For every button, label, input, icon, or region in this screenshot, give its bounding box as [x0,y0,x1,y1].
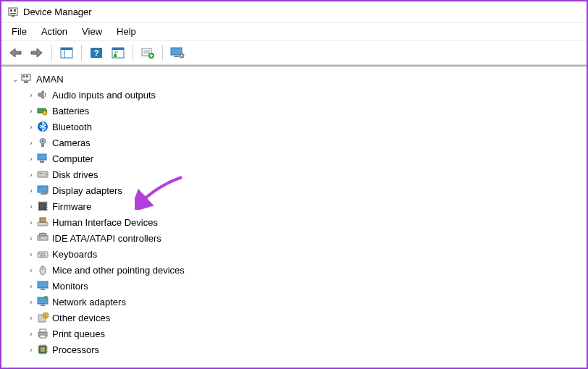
tree-category-row[interactable]: ›Print queues [26,326,585,342]
action-button[interactable] [109,43,127,62]
app-icon [7,7,19,18]
expander-closed-icon[interactable]: › [26,187,36,195]
scan-hardware-icon [141,47,154,59]
tree-category-row[interactable]: ›Disk drives [26,166,585,182]
tree-category-row[interactable]: ›Network adapters [26,294,585,310]
tree-category-row[interactable]: ›Monitors [26,278,585,294]
expander-closed-icon[interactable]: › [26,330,36,338]
svg-point-19 [181,54,182,56]
svg-rect-62 [41,347,45,352]
expander-closed-icon[interactable]: › [26,139,36,147]
svg-rect-31 [38,154,46,160]
svg-rect-6 [61,48,72,50]
tree-category-label: Other devices [52,313,110,323]
tree-category-row[interactable]: ›Firmware [26,198,585,214]
svg-rect-11 [112,48,124,50]
expander-closed-icon[interactable]: › [26,282,36,290]
tree-category-row[interactable]: ›Mice and other pointing devices [26,262,585,278]
devices-button[interactable] [168,43,187,62]
tree-category-label: Network adapters [52,297,126,308]
menu-help[interactable]: Help [109,25,143,38]
tree-category-row[interactable]: ›?Other devices [26,310,585,326]
tree-category-row[interactable]: ›Display adapters [26,182,585,198]
svg-rect-52 [41,289,45,290]
svg-rect-54 [41,305,45,306]
keyboard-icon [36,247,49,260]
tree-category-label: Print queues [52,328,105,339]
expander-closed-icon[interactable]: › [26,107,36,115]
svg-rect-4 [12,15,14,17]
tree-category-row[interactable]: ›Bluetooth [26,119,585,135]
expander-closed-icon[interactable]: › [26,123,36,131]
tree-category-label: Keyboards [52,249,97,260]
svg-rect-32 [40,161,44,163]
menubar: File Action View Help [1,23,587,41]
svg-rect-1 [10,9,12,12]
expander-closed-icon[interactable]: › [26,171,36,179]
tree-category-row[interactable]: ›Cameras [26,135,585,150]
expander-closed-icon[interactable]: › [26,91,36,99]
battery-icon [36,104,49,117]
menu-view[interactable]: View [75,25,109,38]
firmware-icon [36,200,49,213]
scan-hardware-button[interactable] [138,43,157,62]
tree-category-label: Audio inputs and outputs [52,90,156,101]
tree-category-label: Computer [52,153,93,164]
svg-rect-45 [39,253,41,255]
tree-category-row[interactable]: ›Batteries [26,103,585,119]
tree-category-row[interactable]: ›Keyboards [26,246,585,262]
svg-rect-41 [40,218,46,222]
tree-category-label: Human Interface Devices [52,217,158,228]
svg-rect-3 [10,13,16,14]
tree-category-row[interactable]: ›IDE ATA/ATAPI controllers [26,230,585,246]
menu-file[interactable]: File [4,25,34,38]
hid-icon [36,216,49,229]
arrow-right-icon [30,48,43,58]
tree-category-label: Processors [52,344,99,355]
forward-button[interactable] [28,43,46,62]
expander-open-icon[interactable]: ⌄ [10,75,20,83]
action-pane-icon [112,47,125,59]
monitor-gear-icon [170,47,185,59]
tree-category-row[interactable]: ›Computer [26,150,585,166]
disk-icon [36,168,49,181]
tree-category-row[interactable]: ›Processors [26,342,585,357]
tree-category-row[interactable]: ›Human Interface Devices [26,214,585,230]
tree-category-label: Disk drives [52,169,98,180]
expander-closed-icon[interactable]: › [26,219,36,226]
expander-closed-icon[interactable]: › [26,234,36,242]
other-icon: ? [36,311,49,324]
network-icon [36,295,49,308]
tree-category-label: Firmware [52,201,91,212]
speaker-icon [36,88,49,101]
show-hide-tree-button[interactable] [57,43,76,62]
cpu-icon [36,343,49,356]
expander-closed-icon[interactable]: › [26,203,36,211]
bluetooth-icon [36,120,49,133]
svg-point-34 [45,174,46,175]
window-title: Device Manager [23,7,92,17]
expander-closed-icon[interactable]: › [26,250,36,258]
svg-rect-44 [38,252,48,258]
toolbar-separator [133,45,133,61]
expander-closed-icon[interactable]: › [26,298,36,306]
expander-closed-icon[interactable]: › [26,314,36,322]
svg-rect-48 [40,255,46,257]
svg-rect-40 [38,222,48,226]
device-tree[interactable]: ⌄ AMAN ›Audio inputs and outputs›Batteri… [1,65,587,368]
svg-point-29 [41,140,44,143]
tree-category-label: Monitors [52,281,88,292]
svg-rect-12 [114,54,117,57]
help-button[interactable]: ? [87,43,106,62]
expander-closed-icon[interactable]: › [26,266,36,274]
tree-category-label: IDE ATA/ATAPI controllers [52,233,161,244]
svg-rect-35 [39,173,43,174]
tree-root-node[interactable]: ⌄ AMAN [10,71,585,87]
menu-action[interactable]: Action [34,25,75,38]
display-icon [36,184,49,197]
expander-closed-icon[interactable]: › [26,155,36,163]
monitor-icon [36,279,49,292]
tree-category-row[interactable]: ›Audio inputs and outputs [26,87,585,103]
back-button[interactable] [6,43,25,62]
expander-closed-icon[interactable]: › [26,346,36,354]
